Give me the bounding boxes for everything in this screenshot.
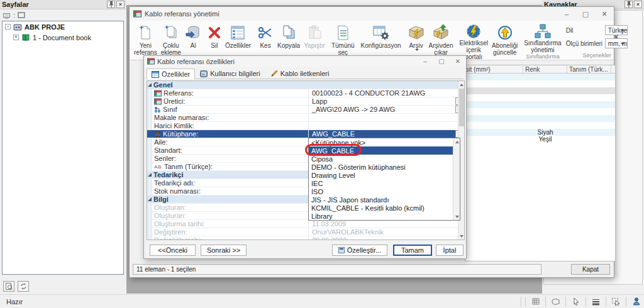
language-combobox[interactable]: Türkçe: [605, 25, 628, 35]
property-row-değişiklik-tarihi-[interactable]: Değişiklik tarihi: 20.06.2022: [147, 236, 464, 240]
grid-toggle-icon[interactable]: [528, 295, 543, 308]
property-row-sınıf[interactable]: Sınıf _AWG\20 AWG -> 29 AWG...: [147, 106, 464, 114]
dropdown-item-drawing-level[interactable]: Drawing Level: [309, 171, 460, 179]
collapse-triangle-icon[interactable]: [147, 81, 152, 89]
property-value[interactable]: _AWG\20 AWG -> 29 AWG: [312, 106, 395, 113]
collapse-triangle-icon[interactable]: [147, 195, 152, 203]
refresh-icon[interactable]: [18, 281, 29, 292]
property-row-harici-kimlik-[interactable]: Harici Kimlik:: [147, 122, 464, 130]
property-row-değiştiren-[interactable]: Değiştiren: OnurVAROLABKTeknik: [147, 228, 464, 236]
tree-node-abk-proje[interactable]: -ABK PROJE: [3, 21, 123, 32]
frame-view-icon[interactable]: [16, 11, 26, 20]
scroll-up-icon[interactable]: [453, 138, 460, 145]
table-row[interactable]: [465, 115, 615, 122]
expand-icon[interactable]: +: [13, 35, 19, 40]
dropdown-item--kütüphane-yok-[interactable]: <Kütüphane yok>: [309, 138, 460, 146]
collapse-icon[interactable]: -: [5, 24, 11, 30]
ribbon-button-arşiv[interactable]: Arşiv: [406, 21, 427, 60]
cancel-button[interactable]: İptal: [436, 245, 464, 256]
minimize-icon[interactable]: –: [417, 58, 433, 65]
property-value[interactable]: 11.03.2009: [312, 220, 346, 228]
ribbon-button-kes[interactable]: Kes: [255, 21, 275, 60]
user-mode-icon[interactable]: [628, 295, 644, 308]
table-row[interactable]: Siyah: [465, 129, 615, 136]
dropdown-item-library[interactable]: Library: [309, 212, 460, 220]
ribbon-button-kopyala[interactable]: Kopyala: [275, 21, 302, 60]
kapat-button[interactable]: Kapat: [571, 264, 610, 275]
close-icon[interactable]: ×: [116, 1, 125, 8]
dropdown-item-kcmil-cable-kesitli-kablo-kcmil-[interactable]: KCMIL_CABLE - Kesitli kablo (kcmil): [309, 204, 460, 212]
table-row[interactable]: [465, 122, 615, 129]
maximize-icon[interactable]: ▢: [433, 58, 450, 65]
page-list-view-icon[interactable]: [2, 11, 12, 20]
pin-icon[interactable]: [625, 1, 633, 8]
table-row[interactable]: [465, 74, 615, 80]
ribbon-button-sınıflandırma-yönetimi[interactable]: Sınıflandırma yönetimiSınıflandırma: [522, 21, 563, 60]
dropdown-scrollbar[interactable]: [453, 138, 460, 220]
next-button[interactable]: Sonraki >>: [201, 245, 247, 256]
property-row-makale-numarası-[interactable]: Makale numarası:: [147, 114, 464, 122]
dropdown-item-awg-cable[interactable]: AWG_CABLE: [309, 146, 460, 155]
dropdown-item-demo-gösterim-kütüphanesi[interactable]: DEMO - Gösterim kütüphanesi: [309, 163, 460, 171]
tab-kablo-iletkenleri[interactable]: Kablo iletkenleri: [265, 68, 335, 79]
tree-node-1-document-book[interactable]: +1 - Document book: [3, 32, 123, 43]
dropdown-item-iec[interactable]: IEC: [309, 179, 460, 187]
ribbon-button-arşivden-çıkar[interactable]: Arşivden çıkar: [427, 21, 455, 60]
group-row-genel[interactable]: Genel: [147, 81, 464, 89]
property-row-referans-[interactable]: Referans: 00100023 - 4 CONDUCTOR 21AWG: [147, 89, 464, 97]
selection-tool-icon[interactable]: [608, 295, 624, 308]
customize-button[interactable]: Özelleştir...: [332, 245, 387, 256]
minimize-icon[interactable]: –: [557, 7, 576, 21]
collapse-triangle-icon[interactable]: [147, 171, 152, 179]
scroll-down-icon[interactable]: [458, 233, 465, 239]
property-value[interactable]: OnurVAROLABKTeknik: [312, 228, 384, 236]
table-row[interactable]: [465, 108, 615, 115]
window-titlebar[interactable]: Kablo referansı yönetimi – ▢ ✕: [130, 7, 614, 21]
ok-button[interactable]: Tamam: [393, 245, 432, 256]
close-icon[interactable]: ×: [634, 1, 642, 8]
dialog-titlebar[interactable]: Kablo referansı özellikleri – ▢ ✕: [144, 56, 466, 67]
dropdown-item-ciposa[interactable]: Ciposa: [309, 155, 460, 163]
table-row[interactable]: [465, 101, 615, 108]
ribbon-button-al[interactable]: Al: [183, 21, 203, 60]
ribbon-button-tümünü-seç[interactable]: Tümünü seç: [330, 21, 357, 60]
scroll-thumb[interactable]: [459, 89, 464, 126]
ribbon-button-yeni-referans[interactable]: Yeni referans: [132, 21, 159, 60]
ribbon-button-sil[interactable]: Sil: [206, 21, 223, 60]
page-preview-icon[interactable]: [3, 281, 14, 292]
cursor-tool-icon[interactable]: [568, 295, 584, 308]
scroll-up-icon[interactable]: [458, 81, 465, 88]
pin-icon[interactable]: [107, 1, 115, 8]
ribbon-button-konfigürasyon[interactable]: Konfigürasyon: [359, 21, 403, 60]
table-row[interactable]: [465, 87, 615, 94]
table-row[interactable]: [465, 80, 615, 87]
dropdown-item-jis-jis-japon-standardı[interactable]: JIS - JIS Japon standardı: [309, 195, 460, 204]
dropdown-item-iso[interactable]: ISO: [309, 187, 460, 195]
property-row-üretici-[interactable]: Üretici: Lapp: [147, 97, 464, 106]
table-row[interactable]: Yeşil: [465, 136, 615, 143]
scroll-down-icon[interactable]: [453, 213, 460, 220]
tab-kullanıcı-bilgileri[interactable]: siKullanıcı bilgileri: [195, 68, 265, 79]
property-row-oluşturma-tarihi-[interactable]: Oluşturma tarihi: 11.03.2009: [147, 220, 464, 228]
column-header-3[interactable]: Tanım (Türk...: [567, 65, 611, 73]
ribbon-button-aboneliği-güncelle[interactable]: Aboneliği güncelle: [490, 21, 519, 60]
tab-özellikler[interactable]: Özellikler: [147, 69, 195, 79]
column-header-1[interactable]: Kesit (mm²): [458, 65, 523, 73]
statusbar-separator: [525, 297, 526, 307]
property-value[interactable]: 20.06.2022: [312, 236, 347, 240]
column-header-2[interactable]: Renk: [523, 65, 567, 73]
maximize-icon[interactable]: ▢: [576, 7, 595, 21]
close-icon[interactable]: ✕: [595, 7, 614, 21]
previous-button[interactable]: <<Önceki: [150, 245, 196, 256]
ribbon-button-çoklu-ekleme[interactable]: Çoklu ekleme: [159, 21, 183, 60]
property-value[interactable]: Lapp: [312, 97, 327, 105]
property-value[interactable]: AWG_CABLE: [312, 130, 355, 138]
property-value[interactable]: 00100023 - 4 CONDUCTOR 21AWG: [312, 89, 425, 97]
shape-tool-icon[interactable]: [548, 295, 564, 308]
ribbon-button-elektriksel-içerik-portalı[interactable]: Elektriksel içerik portalı: [457, 21, 490, 60]
table-row[interactable]: [465, 94, 615, 101]
ribbon-button-özellikler[interactable]: Özellikler: [223, 21, 253, 60]
line-width-icon[interactable]: [588, 295, 604, 308]
close-icon[interactable]: ✕: [450, 58, 466, 65]
units-combobox[interactable]: mm, m: [605, 38, 628, 48]
